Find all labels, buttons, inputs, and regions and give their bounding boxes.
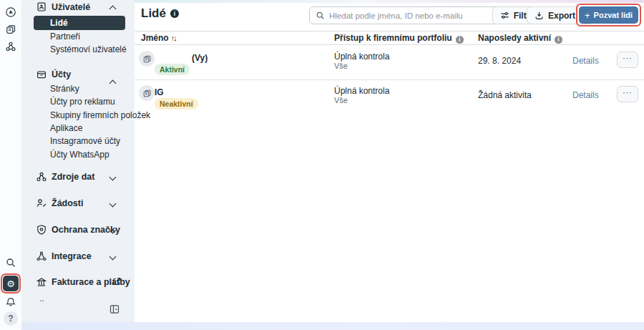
sidebar-overflow-dots[interactable]: .. (39, 293, 44, 304)
invite-highlight-box: + Pozvat lidi (576, 4, 641, 26)
bottom-gradient-band (21, 322, 644, 330)
sidebar-item-pages[interactable]: Stránky (21, 82, 135, 95)
last-active-value: 29. 8. 2024 (478, 56, 521, 66)
sidebar-item-system-users[interactable]: Systémoví uživatelé (21, 43, 135, 56)
chevron-down-icon (109, 253, 117, 261)
sidebar-section-brand-safety[interactable]: Ochrana značky (21, 223, 135, 236)
person-name: IG (155, 87, 164, 97)
access-scope: Vše (334, 96, 348, 105)
accounts-box-icon (36, 69, 47, 80)
sidebar-section-accounts[interactable]: Účty (21, 68, 135, 81)
top-gradient-strip (135, 0, 644, 3)
settings-gear-icon[interactable]: ⚙ (3, 276, 19, 291)
status-badge: Neaktivní (155, 98, 198, 110)
sidebar-item-whatsapp-accounts[interactable]: Účty WhatsApp (21, 148, 135, 161)
users-icon (36, 1, 47, 13)
last-active-value: Žádná aktivita (478, 90, 532, 100)
table-row: IG Neaktivní Úplná kontrola Vše Žádná ak… (135, 81, 644, 114)
sidebar-section-data-sources[interactable]: Zdroje dat (21, 170, 135, 183)
column-header-last-active: Naposledy aktivníi (478, 33, 562, 44)
sidebar-section-integrations[interactable]: Integrace (21, 250, 135, 263)
people-panel: Lidéi Filtry Export + Pozvat lidi Jméno↑… (135, 0, 644, 322)
data-sources-icon (36, 171, 47, 183)
download-icon (535, 11, 544, 20)
chevron-down-icon (109, 200, 117, 208)
pages-icon[interactable] (5, 24, 16, 35)
column-header-name: Jméno↑↓ (141, 33, 176, 43)
divider (135, 79, 644, 80)
sidebar-item-people-selected[interactable]: Lidé (34, 16, 125, 30)
icon-rail: ⚙ ? (0, 0, 21, 330)
status-badge: Aktivní (155, 64, 190, 75)
column-header-access: Přístup k firemnímu portfoliui (334, 33, 464, 44)
settings-sidebar: Uživatelé Lidé Partneři Systémoví uživat… (21, 0, 135, 322)
search-icon (316, 11, 325, 20)
more-options-icon[interactable]: ··· (617, 86, 638, 102)
sidebar-item-ad-accounts[interactable]: Účty pro reklamu (21, 95, 135, 108)
access-level: Úplná kontrola (334, 52, 389, 62)
home-avatar-icon[interactable] (5, 6, 16, 18)
integrations-icon (36, 251, 47, 262)
table-row: (Vy) Aktivní Úplná kontrola Vše 29. 8. 2… (135, 45, 644, 79)
help-icon[interactable]: ? (4, 311, 18, 326)
last-active-info-icon[interactable]: i (555, 36, 562, 44)
search-rail-icon[interactable] (5, 257, 16, 268)
sidebar-section-requests[interactable]: Žádosti (21, 197, 135, 210)
requests-icon (36, 198, 47, 209)
filter-sliders-icon (500, 11, 509, 20)
sidebar-section-label: Účty (52, 69, 71, 79)
people-search (309, 6, 504, 24)
shield-icon (36, 224, 47, 236)
chevron-down-icon (109, 174, 117, 181)
sidebar-section-billing[interactable]: Fakturace a platby (21, 276, 135, 288)
search-input[interactable] (329, 11, 497, 20)
chevron-up-icon (109, 6, 117, 13)
more-options-icon[interactable]: ··· (617, 52, 638, 68)
sidebar-item-business-asset-groups[interactable]: Skupiny firemních položek (21, 109, 135, 122)
details-link[interactable]: Details (572, 90, 599, 100)
invite-people-button[interactable]: + Pozvat lidi (579, 6, 638, 24)
sidebar-item-partners[interactable]: Partneři (21, 30, 135, 43)
sidebar-section-label: Uživatelé (52, 2, 90, 12)
collapse-sidebar-icon[interactable] (109, 304, 120, 315)
page-title: Lidéi (141, 6, 179, 21)
title-info-icon[interactable]: i (170, 9, 179, 18)
settings-highlight-box: ⚙ (1, 273, 21, 293)
sidebar-section-label: Žádosti (52, 198, 83, 208)
bank-icon (36, 276, 47, 288)
notifications-bell-icon[interactable] (5, 296, 16, 308)
details-link[interactable]: Details (572, 56, 599, 66)
sidebar-item-instagram-accounts[interactable]: Instagramové účty (21, 135, 135, 147)
access-info-icon[interactable]: i (456, 36, 464, 44)
sidebar-section-label: Integrace (52, 251, 92, 261)
person-name: (Vy) (192, 53, 208, 63)
avatar (139, 85, 155, 101)
access-level: Úplná kontrola (334, 86, 389, 96)
divider (135, 31, 644, 31)
avatar (139, 51, 155, 67)
sidebar-item-label: Lidé (34, 16, 125, 30)
external-link-icon (112, 276, 122, 286)
sidebar-section-users[interactable]: Uživatelé (21, 1, 135, 14)
access-scope: Vše (334, 62, 348, 70)
plus-icon: + (585, 11, 590, 20)
business-assets-icon[interactable] (5, 41, 16, 52)
sort-icon[interactable]: ↑↓ (171, 34, 176, 42)
sidebar-section-label: Zdroje dat (52, 172, 94, 182)
sidebar-item-apps[interactable]: Aplikace (21, 122, 135, 135)
